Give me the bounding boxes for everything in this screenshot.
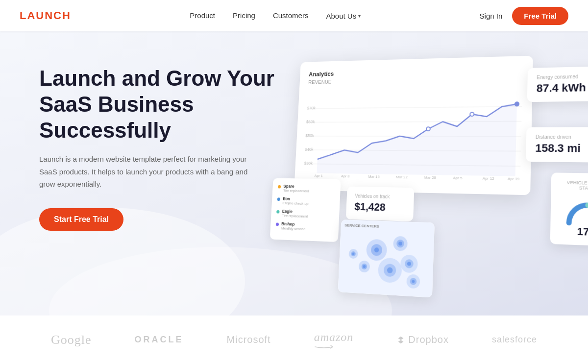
navbar: LAUNCH Product Pricing Customers About U… — [0, 0, 588, 31]
svg-point-11 — [426, 127, 430, 131]
svg-text:$40k: $40k — [305, 147, 314, 152]
svg-text:$60k: $60k — [306, 119, 315, 124]
row-desc: Engine check-up — [282, 201, 308, 206]
distance-card: Distance driven 158.3 mi — [526, 127, 588, 162]
map-chart: SERVICE CENTERS — [338, 219, 435, 297]
distance-value: 158.3 mi — [535, 142, 588, 155]
svg-point-13 — [514, 101, 520, 106]
dot-icon — [276, 210, 279, 214]
logo-dropbox: Dropbox — [396, 334, 449, 345]
logo-amazon: amazon — [314, 331, 354, 349]
nav-right: Sign In Free Trial — [480, 7, 568, 25]
nav-link-about[interactable]: About Us ▾ — [326, 12, 361, 20]
hero-title: Launch and Grow Your SaaS Business Succe… — [39, 66, 289, 143]
logo-microsoft: Microsoft — [227, 334, 271, 345]
svg-text:Apr 12: Apr 12 — [483, 176, 494, 181]
dot-icon — [278, 185, 281, 189]
svg-line-0 — [307, 106, 522, 108]
logo-text: LAUNCH — [20, 9, 71, 22]
row-desc: Tire replacement — [283, 189, 309, 194]
analytics-chart: $70k $60k $50k $40k $30k Apr 1 Apr 8 Mar… — [303, 87, 522, 186]
svg-text:$70k: $70k — [307, 105, 316, 110]
nav-link-product[interactable]: Product — [190, 11, 215, 20]
svg-text:$30k: $30k — [304, 161, 313, 166]
svg-marker-45 — [398, 336, 404, 343]
table-row: Eon Engine check-up — [277, 196, 335, 206]
hero-subtitle: Launch is a modern website template perf… — [39, 153, 255, 191]
row-desc: Tire replacement — [282, 214, 308, 218]
svg-text:Apr 5: Apr 5 — [453, 175, 462, 180]
gauge-value: 17.2 — [577, 226, 588, 239]
gauge-chart — [564, 194, 588, 227]
table-row: Eagle Tire replacement — [276, 209, 334, 219]
svg-marker-10 — [317, 104, 516, 176]
svg-point-12 — [470, 112, 474, 116]
nav-link-customers[interactable]: Customers — [273, 11, 309, 20]
svg-text:Apr 8: Apr 8 — [341, 174, 350, 178]
analytics-card: Analytics REVENUE $70k $60k $50k $40k $3… — [294, 56, 533, 195]
nav-item-product[interactable]: Product — [190, 11, 215, 20]
logos-section: Google ORACLE Microsoft amazon Dropbox s… — [0, 315, 588, 364]
nav-item-customers[interactable]: Customers — [273, 11, 309, 20]
money-card: Vehicles on track $1,428 — [346, 187, 415, 221]
svg-text:Mar 29: Mar 29 — [424, 175, 436, 180]
nav-item-about[interactable]: About Us ▾ — [326, 12, 361, 20]
nav-menu: Product Pricing Customers About Us ▾ — [190, 11, 361, 20]
hero-content: Launch and Grow Your SaaS Business Succe… — [39, 66, 289, 231]
money-value: $1,428 — [354, 200, 405, 214]
energy-label: Energy consumed — [537, 73, 588, 80]
energy-value: 87.4 kWh — [537, 81, 588, 95]
dashboard-mockup: Analytics REVENUE $70k $60k $50k $40k $3… — [253, 38, 588, 315]
logo-oracle: ORACLE — [135, 335, 184, 345]
logo-salesforce: salesforce — [492, 335, 537, 345]
dot-icon — [276, 222, 279, 226]
gauge-card: VEHICLE SERVICE STATUS 17.2 — [550, 172, 588, 247]
free-trial-button[interactable]: Free Trial — [512, 7, 568, 25]
money-label: Vehicles on track — [355, 194, 405, 200]
distance-label: Distance driven — [536, 134, 588, 140]
svg-text:Apr 1: Apr 1 — [314, 173, 323, 178]
svg-text:Mar 15: Mar 15 — [368, 174, 380, 179]
sign-in-link[interactable]: Sign In — [480, 12, 503, 20]
gauge-label: VEHICLE SERVICE STATUS — [559, 180, 588, 191]
logo[interactable]: LAUNCH — [20, 9, 71, 22]
hero-section: Launch and Grow Your SaaS Business Succe… — [0, 31, 588, 315]
dot-icon — [277, 197, 280, 201]
svg-text:$50k: $50k — [305, 133, 314, 138]
logo-google: Google — [51, 333, 92, 347]
table-row: Bishop Monthly service — [275, 221, 333, 232]
nav-link-pricing[interactable]: Pricing — [233, 11, 255, 20]
nav-item-pricing[interactable]: Pricing — [233, 11, 255, 20]
energy-card: Energy consumed 87.4 kWh — [527, 66, 588, 102]
table-row: Spare Tire replacement — [277, 184, 335, 194]
dropbox-icon — [396, 336, 405, 344]
chevron-down-icon: ▾ — [358, 13, 361, 19]
row-desc: Monthly service — [281, 226, 306, 231]
start-free-trial-button[interactable]: Start Free Trial — [39, 208, 123, 231]
map-card: SERVICE CENTERS — [338, 219, 435, 297]
svg-text:Apr 19: Apr 19 — [508, 176, 520, 181]
table-card: Spare Tire replacement Eon Engine check-… — [270, 178, 341, 243]
svg-text:Mar 22: Mar 22 — [396, 175, 408, 180]
amazon-arrow-icon — [314, 345, 334, 349]
